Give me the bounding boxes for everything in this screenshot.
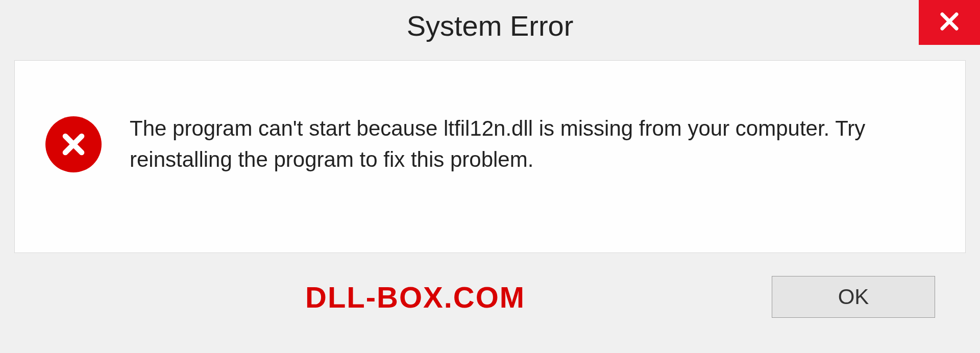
ok-button[interactable]: OK [772, 276, 935, 318]
close-icon [937, 9, 962, 36]
error-message: The program can't start because ltfil12n… [130, 113, 935, 175]
close-button[interactable] [919, 0, 980, 45]
dialog-footer: DLL-BOX.COM OK [14, 253, 966, 341]
window-title: System Error [407, 9, 574, 42]
error-icon [45, 116, 102, 172]
watermark-text: DLL-BOX.COM [305, 280, 525, 314]
titlebar: System Error [0, 0, 980, 51]
dialog-content: The program can't start because ltfil12n… [14, 60, 966, 253]
